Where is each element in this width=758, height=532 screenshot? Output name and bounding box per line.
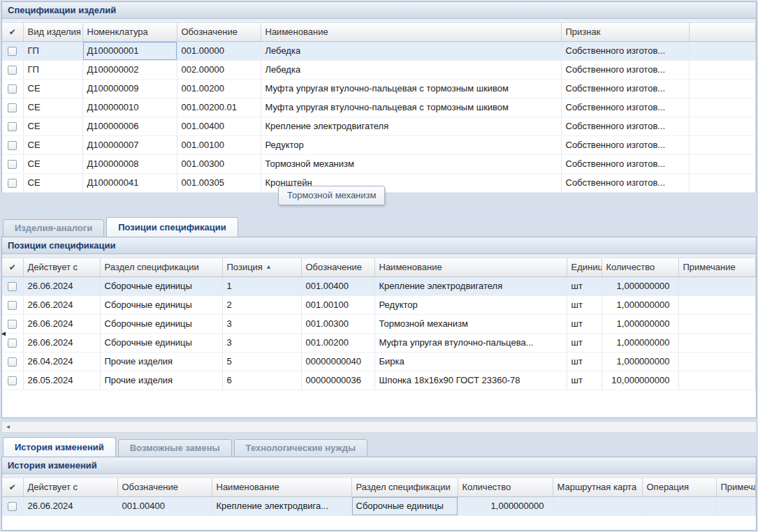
cell[interactable] xyxy=(642,496,716,515)
cell[interactable]: 3 xyxy=(222,333,301,352)
cell[interactable]: Собственного изготов... xyxy=(561,98,689,117)
row-checkbox[interactable] xyxy=(8,179,17,188)
column-header[interactable]: Операция xyxy=(642,478,716,496)
cell[interactable]: 26.06.2024 xyxy=(23,295,100,314)
cell[interactable]: 6 xyxy=(222,371,301,390)
row-checkbox[interactable] xyxy=(8,84,17,94)
column-header[interactable]: Признак xyxy=(561,23,689,41)
select-all-header[interactable]: ✔ xyxy=(2,23,23,41)
cell[interactable]: Редуктор xyxy=(261,135,561,154)
cell[interactable] xyxy=(553,496,642,515)
cell[interactable]: Сборочные единицы xyxy=(100,295,222,314)
cell[interactable]: 2 xyxy=(222,295,301,314)
cell[interactable] xyxy=(678,276,756,295)
row-checkbox[interactable] xyxy=(8,282,17,291)
cell[interactable]: 001.00000 xyxy=(177,41,261,60)
cell[interactable]: Собственного изготов... xyxy=(561,79,689,98)
cell[interactable]: СЕ xyxy=(23,117,82,135)
cell[interactable]: Сборочные единицы xyxy=(351,496,458,515)
row-checkbox[interactable] xyxy=(8,47,17,56)
cell[interactable]: СЕ xyxy=(23,173,82,192)
cell[interactable]: 001.00200.01 xyxy=(177,98,261,117)
cell[interactable]: Лебедка xyxy=(261,41,561,60)
cell[interactable]: ГП xyxy=(23,60,82,79)
column-header[interactable]: Раздел спецификации xyxy=(351,478,458,496)
cell[interactable]: 00000000036 xyxy=(301,371,374,390)
cell[interactable]: Сборочные единицы xyxy=(100,314,222,333)
row-checkbox[interactable] xyxy=(8,357,17,367)
cell[interactable]: 001.00100 xyxy=(301,295,374,314)
column-header[interactable]: Позиция▲ xyxy=(222,258,301,276)
cell[interactable]: 1 xyxy=(222,276,301,295)
cell[interactable]: Сборочные единицы xyxy=(100,333,222,352)
column-header[interactable]: Номенклатура xyxy=(82,23,177,41)
cell[interactable]: 001.00200 xyxy=(177,79,261,98)
cell[interactable]: 26.06.2024 xyxy=(23,496,117,515)
cell[interactable]: 5 xyxy=(222,352,301,371)
cell[interactable]: Д100000009 xyxy=(82,79,177,98)
cell[interactable]: шт xyxy=(567,295,602,314)
cell[interactable]: Тормозной механизм xyxy=(261,154,561,173)
cell[interactable]: СЕ xyxy=(23,79,82,98)
column-header[interactable]: Примечание xyxy=(678,258,756,276)
column-header[interactable]: Раздел спецификации xyxy=(100,258,222,276)
column-header[interactable]: Единица xyxy=(567,258,602,276)
cell[interactable]: 1,000000000 xyxy=(602,276,678,295)
cell[interactable]: 001.00400 xyxy=(177,117,261,135)
tab-1[interactable]: Изделия-аналоги xyxy=(3,219,104,237)
cell[interactable]: Прочие изделия xyxy=(100,352,222,371)
cell[interactable]: 26.06.2024 xyxy=(23,333,100,352)
cell[interactable]: 00000000040 xyxy=(301,352,374,371)
column-header[interactable]: Вид изделия xyxy=(23,23,82,41)
cell[interactable]: 001.00300 xyxy=(301,314,374,333)
cell[interactable]: Муфта упругая втулочно-пальцева... xyxy=(374,333,567,352)
cell[interactable]: Лебедка xyxy=(261,60,561,79)
row-checkbox[interactable] xyxy=(8,103,17,112)
cell[interactable]: 26.05.2024 xyxy=(23,371,100,390)
cell[interactable]: Собственного изготов... xyxy=(561,135,689,154)
row-checkbox[interactable] xyxy=(8,320,17,329)
select-all-header[interactable]: ✔ xyxy=(2,258,23,276)
cell[interactable]: Муфта упругая втулочно-пальцевая с тормо… xyxy=(261,79,561,98)
scroll-left-arrow-icon[interactable]: ◄ xyxy=(2,422,14,432)
cell[interactable]: СЕ xyxy=(23,154,82,173)
row-checkbox[interactable] xyxy=(8,141,17,150)
cell[interactable]: Крепление электродвига... xyxy=(212,496,351,515)
cell[interactable] xyxy=(678,314,756,333)
tab-2[interactable]: Возможные замены xyxy=(118,439,232,457)
cell[interactable]: Собственного изготов... xyxy=(561,60,689,79)
cell[interactable] xyxy=(716,496,756,515)
cell[interactable] xyxy=(678,352,756,371)
cell[interactable]: шт xyxy=(567,371,602,390)
tab-2[interactable]: Позиции спецификации xyxy=(106,217,238,237)
cell[interactable]: Д100000001 xyxy=(82,41,177,60)
cell[interactable]: 001.00300 xyxy=(177,154,261,173)
column-header[interactable]: Наименование xyxy=(374,258,567,276)
cell[interactable]: 10,000000000 xyxy=(602,371,678,390)
row-checkbox[interactable] xyxy=(8,339,17,348)
row-checkbox[interactable] xyxy=(8,301,17,310)
cell[interactable]: 001.00305 xyxy=(177,173,261,192)
row-checkbox[interactable] xyxy=(8,502,17,511)
cell[interactable]: СЕ xyxy=(23,98,82,117)
cell[interactable]: 001.00100 xyxy=(177,135,261,154)
cell[interactable]: Редуктор xyxy=(374,295,567,314)
column-header[interactable]: Действует с xyxy=(23,478,117,496)
column-header[interactable]: Количество xyxy=(458,478,553,496)
cell[interactable]: 26.06.2024 xyxy=(23,314,100,333)
cell[interactable]: 26.06.2024 xyxy=(23,276,100,295)
cell[interactable]: Бирка xyxy=(374,352,567,371)
cell[interactable]: 001.00400 xyxy=(117,496,212,515)
cell[interactable]: 26.04.2024 xyxy=(23,352,100,371)
column-header[interactable]: Обозначение xyxy=(301,258,374,276)
tab-1[interactable]: История изменений xyxy=(3,437,116,457)
cell[interactable] xyxy=(678,333,756,352)
cell[interactable]: Д100000008 xyxy=(82,154,177,173)
cell[interactable]: Крепление электродвигателя xyxy=(374,276,567,295)
cell[interactable]: 1,000000000 xyxy=(602,333,678,352)
cell[interactable]: ГП xyxy=(23,41,82,60)
cell[interactable] xyxy=(678,295,756,314)
cell[interactable]: Д100000010 xyxy=(82,98,177,117)
cell[interactable]: 3 xyxy=(222,314,301,333)
cell[interactable]: шт xyxy=(567,276,602,295)
